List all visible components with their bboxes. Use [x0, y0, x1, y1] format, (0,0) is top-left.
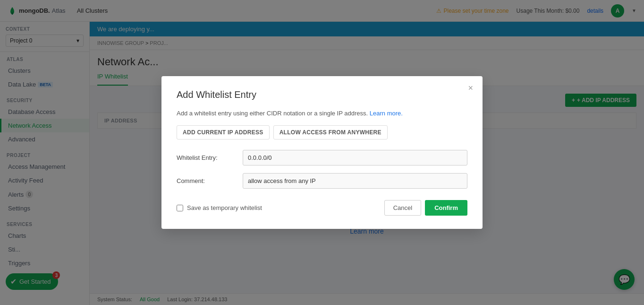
comment-row: Comment:	[177, 173, 467, 189]
temporary-whitelist-row: Save as temporary whitelist	[177, 204, 262, 211]
modal-footer: Save as temporary whitelist Cancel Confi…	[177, 200, 467, 216]
temporary-whitelist-checkbox[interactable]	[177, 205, 183, 211]
modal-overlay[interactable]: × Add Whitelist Entry Add a whitelist en…	[0, 0, 644, 305]
modal-actions: Cancel Confirm	[384, 200, 467, 216]
temporary-whitelist-label: Save as temporary whitelist	[187, 204, 262, 211]
modal-learn-more-link[interactable]: Learn more.	[370, 110, 403, 117]
modal-quick-buttons: ADD CURRENT IP ADDRESS ALLOW ACCESS FROM…	[177, 125, 467, 139]
cancel-button[interactable]: Cancel	[384, 200, 421, 216]
comment-input[interactable]	[243, 173, 467, 189]
modal-close-button[interactable]: ×	[468, 84, 473, 92]
add-current-ip-button[interactable]: ADD CURRENT IP ADDRESS	[177, 125, 270, 139]
whitelist-entry-input[interactable]	[243, 150, 467, 166]
add-whitelist-modal: × Add Whitelist Entry Add a whitelist en…	[161, 76, 483, 229]
whitelist-entry-label: Whitelist Entry:	[177, 150, 243, 161]
modal-description: Add a whitelist entry using either CIDR …	[177, 110, 467, 117]
comment-label: Comment:	[177, 173, 243, 184]
allow-access-anywhere-button[interactable]: ALLOW ACCESS FROM ANYWHERE	[273, 125, 388, 139]
whitelist-entry-row: Whitelist Entry:	[177, 150, 467, 166]
modal-title: Add Whitelist Entry	[177, 89, 467, 100]
confirm-button[interactable]: Confirm	[425, 200, 467, 216]
